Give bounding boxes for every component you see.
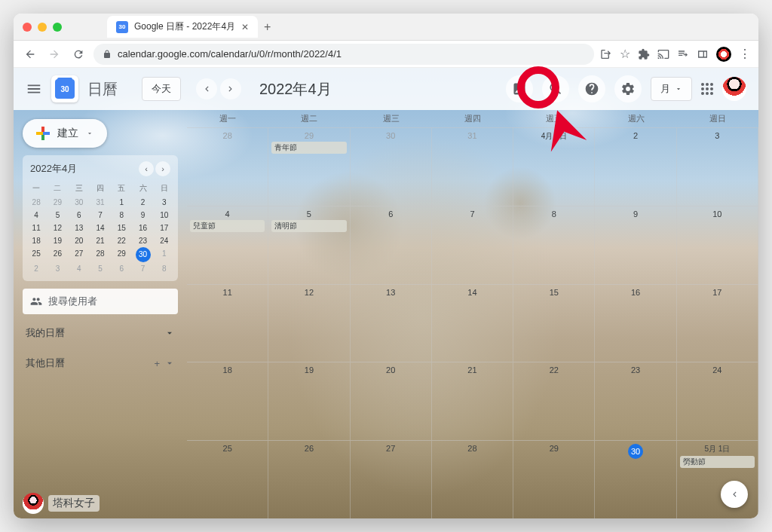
- search-button[interactable]: [542, 75, 569, 102]
- calendar-cell[interactable]: 29: [513, 441, 595, 518]
- mini-day[interactable]: 8: [154, 262, 175, 275]
- calendar-cell[interactable]: 19: [268, 362, 350, 440]
- mini-day[interactable]: 2: [132, 196, 153, 209]
- new-tab-button[interactable]: +: [264, 20, 271, 34]
- calendar-cell[interactable]: 30: [595, 441, 676, 518]
- calendar-cell[interactable]: 15: [513, 285, 595, 362]
- calendar-cell[interactable]: 20: [351, 362, 432, 440]
- mini-day[interactable]: 27: [69, 247, 90, 262]
- calendar-cell[interactable]: 23: [595, 362, 676, 440]
- mini-day[interactable]: 1: [154, 247, 175, 262]
- google-apps-icon[interactable]: [701, 83, 713, 95]
- settings-button[interactable]: [614, 75, 642, 102]
- close-window[interactable]: [23, 23, 32, 32]
- calendar-cell[interactable]: 2: [595, 128, 676, 206]
- mini-day[interactable]: 31: [90, 196, 111, 209]
- event-chip[interactable]: 青年節: [271, 142, 346, 154]
- calendar-cell[interactable]: 3: [677, 128, 758, 206]
- other-calendars-section[interactable]: 其他日曆 +: [23, 352, 178, 375]
- share-icon[interactable]: [600, 48, 612, 60]
- mini-day[interactable]: 29: [47, 196, 68, 209]
- mini-day[interactable]: 19: [47, 234, 68, 247]
- calendar-cell[interactable]: 17: [677, 285, 758, 362]
- mini-day[interactable]: 13: [69, 222, 90, 234]
- mini-day[interactable]: 5: [47, 209, 68, 222]
- mini-day[interactable]: 23: [132, 234, 153, 247]
- search-people-input[interactable]: 搜尋使用者: [23, 289, 178, 314]
- mini-day[interactable]: 29: [111, 247, 132, 262]
- mini-day[interactable]: 6: [69, 209, 90, 222]
- panel-icon[interactable]: [697, 48, 709, 60]
- mini-day[interactable]: 18: [26, 234, 47, 247]
- star-icon[interactable]: ☆: [620, 47, 630, 61]
- calendar-cell[interactable]: 24: [677, 362, 758, 440]
- mini-day[interactable]: 3: [47, 262, 68, 275]
- event-chip[interactable]: 兒童節: [190, 220, 265, 232]
- calendar-cell[interactable]: 12: [268, 285, 350, 362]
- view-selector[interactable]: 月: [651, 77, 692, 101]
- calendar-cell[interactable]: 13: [351, 285, 432, 362]
- reading-list-icon[interactable]: [677, 48, 689, 60]
- mini-day[interactable]: 21: [90, 234, 111, 247]
- calendar-cell[interactable]: 7: [432, 206, 513, 284]
- forward-button[interactable]: [45, 45, 63, 63]
- mini-day[interactable]: 16: [132, 222, 153, 234]
- calendar-cell[interactable]: 6: [351, 206, 432, 284]
- side-panel-toggle[interactable]: [721, 481, 748, 508]
- calendar-cell[interactable]: 31: [432, 128, 513, 206]
- back-button[interactable]: [21, 45, 39, 63]
- mini-day[interactable]: 4: [69, 262, 90, 275]
- account-avatar[interactable]: [722, 77, 746, 101]
- cast-icon[interactable]: [657, 48, 669, 60]
- mini-day[interactable]: 1: [111, 196, 132, 209]
- calendar-cell[interactable]: 11: [187, 285, 268, 362]
- calendar-cell[interactable]: 5清明節: [268, 206, 350, 284]
- calendar-cell[interactable]: 8: [513, 206, 595, 284]
- mini-day[interactable]: 6: [111, 262, 132, 275]
- mini-day[interactable]: 20: [69, 234, 90, 247]
- mini-day[interactable]: 28: [90, 247, 111, 262]
- calendar-cell[interactable]: 18: [187, 362, 268, 440]
- mini-day[interactable]: 24: [154, 234, 175, 247]
- browser-menu-icon[interactable]: ⋮: [739, 47, 751, 61]
- mini-day[interactable]: 3: [154, 196, 175, 209]
- mini-day[interactable]: 2: [26, 262, 47, 275]
- calendar-cell[interactable]: 28: [432, 441, 513, 518]
- mini-day[interactable]: 7: [90, 209, 111, 222]
- calendar-cell[interactable]: 4兒童節: [187, 206, 268, 284]
- mini-day[interactable]: 14: [90, 222, 111, 234]
- mini-day[interactable]: 25: [26, 247, 47, 262]
- add-calendar-icon[interactable]: +: [154, 358, 160, 369]
- mini-next-button[interactable]: ›: [155, 161, 170, 176]
- calendar-cell[interactable]: 4月 1日: [513, 128, 595, 206]
- calendar-cell[interactable]: 26: [268, 441, 350, 518]
- next-month-button[interactable]: [220, 78, 241, 99]
- calendar-cell[interactable]: 14: [432, 285, 513, 362]
- calendar-cell[interactable]: 28: [187, 128, 268, 206]
- calendar-cell[interactable]: 9: [595, 206, 676, 284]
- url-field[interactable]: calendar.google.com/calendar/u/0/r/month…: [93, 44, 594, 65]
- event-chip[interactable]: 勞動節: [680, 456, 755, 468]
- maximize-window[interactable]: [53, 23, 62, 32]
- my-calendars-section[interactable]: 我的日曆: [23, 322, 178, 344]
- reload-button[interactable]: [69, 45, 87, 63]
- calendar-cell[interactable]: 29青年節: [268, 128, 350, 206]
- calendar-cell[interactable]: 21: [432, 362, 513, 440]
- mini-day[interactable]: 17: [154, 222, 175, 234]
- mini-day[interactable]: 9: [132, 209, 153, 222]
- mini-day[interactable]: 4: [26, 209, 47, 222]
- event-chip[interactable]: 清明節: [271, 220, 346, 232]
- mini-day[interactable]: 5: [90, 262, 111, 275]
- mini-day[interactable]: 26: [47, 247, 68, 262]
- prev-month-button[interactable]: [196, 78, 217, 99]
- calendar-cell[interactable]: 27: [351, 441, 432, 518]
- extensions-icon[interactable]: [638, 48, 650, 60]
- background-image-button[interactable]: [506, 75, 533, 102]
- calendar-cell[interactable]: 5月 1日勞動節: [677, 441, 758, 518]
- mini-prev-button[interactable]: ‹: [139, 161, 154, 176]
- mini-day[interactable]: 8: [111, 209, 132, 222]
- minimize-window[interactable]: [38, 23, 47, 32]
- mini-day[interactable]: 30: [136, 247, 151, 262]
- mini-day[interactable]: 12: [47, 222, 68, 234]
- help-button[interactable]: [578, 75, 605, 102]
